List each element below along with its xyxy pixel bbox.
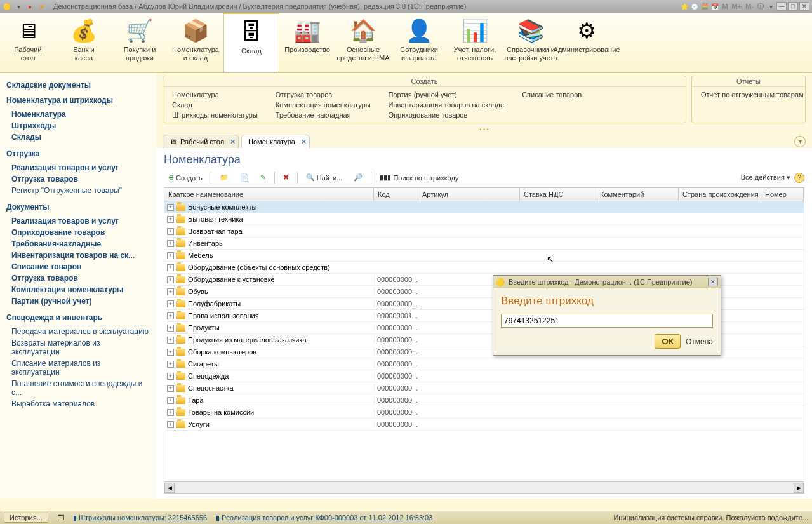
expand-icon[interactable]: + [167, 240, 174, 247]
expand-icon[interactable]: + [167, 361, 174, 368]
clear-find-button[interactable]: 🔎 [349, 171, 367, 184]
expand-icon[interactable]: + [167, 276, 174, 283]
calendar-icon[interactable]: 📅 [710, 2, 719, 11]
table-row[interactable]: +Спецоснастка000000000... [164, 382, 804, 394]
tab-close-icon[interactable]: ✕ [301, 138, 307, 146]
tab-close-icon[interactable]: ✕ [230, 138, 236, 146]
sidebar-section-nomen[interactable]: Номенклатура и штрихкоды [6, 96, 150, 105]
expand-icon[interactable]: + [167, 216, 174, 223]
sidebar-section-ship[interactable]: Отгрузка [6, 149, 150, 158]
expand-icon[interactable]: + [167, 397, 174, 404]
col-article[interactable]: Артикул [418, 188, 520, 201]
quick-create-link[interactable]: Отгрузка товаров [276, 90, 371, 100]
quick-create-link[interactable]: Оприходование товаров [389, 110, 505, 120]
calc-icon[interactable]: 🧮 [700, 2, 709, 11]
find-button[interactable]: 🔍Найти... [302, 171, 347, 184]
ribbon-item-10[interactable]: ⚙Администрирование [559, 13, 615, 72]
dropdown-icon[interactable]: ▾ [14, 2, 23, 11]
sidebar-link[interactable]: Реализация товаров и услуг [6, 215, 150, 227]
mem-mplus[interactable]: M+ [731, 3, 743, 10]
minimize-button[interactable]: — [776, 2, 787, 11]
expand-icon[interactable]: + [167, 300, 174, 307]
sidebar-link[interactable]: Номенклатура [6, 109, 150, 120]
expand-icon[interactable]: + [167, 228, 174, 235]
info-icon[interactable]: ⓘ [756, 2, 765, 11]
star-icon[interactable]: ★ [37, 2, 46, 11]
ribbon-item-4[interactable]: 🗄Склад [223, 13, 279, 72]
sidebar-section-spec[interactable]: Спецодежда и инвентарь [6, 313, 150, 322]
sidebar-link[interactable]: Регистр "Отгруженные товары" [6, 185, 150, 196]
tabs-overflow-icon[interactable]: ▾ [794, 136, 806, 147]
sidebar-link[interactable]: Штрихкоды [6, 120, 150, 131]
dialog-titlebar[interactable]: 🟡 Введите штрихкод - Демонстрацион... (1… [493, 276, 721, 288]
quick-create-link[interactable]: Требование-накладная [276, 110, 371, 120]
copy-button[interactable]: 📄 [236, 171, 253, 184]
col-number[interactable]: Номер [761, 188, 804, 201]
close-button[interactable]: ✕ [799, 2, 809, 11]
status-link-realization[interactable]: ▮ Реализация товаров и услуг КФ00-000003… [216, 514, 432, 522]
sidebar-link[interactable]: Отгрузка товаров [6, 173, 150, 185]
expand-icon[interactable]: + [167, 421, 174, 428]
ribbon-item-7[interactable]: 👤Сотрудникии зарплата [391, 13, 447, 72]
table-row[interactable]: +Сигареты000000000... [164, 358, 804, 370]
quick-create-link[interactable]: Номенклатура [172, 90, 258, 100]
table-row[interactable]: +Оборудование (объекты основных средств) [164, 262, 804, 274]
sidebar-link[interactable]: Передача материалов в эксплуатацию [6, 326, 150, 337]
mem-mminus[interactable]: M- [744, 3, 755, 10]
quick-create-link[interactable]: Склад [172, 100, 258, 110]
sidebar-section-docs[interactable]: Складские документы [6, 81, 150, 90]
scroll-right-icon[interactable]: ▶ [794, 483, 804, 493]
tab-desktop[interactable]: 🖥 Рабочий стол ✕ [163, 135, 239, 148]
ribbon-item-1[interactable]: 💰Банк икасса [56, 13, 112, 72]
new-folder-button[interactable]: 📁 [215, 171, 233, 184]
quick-create-link[interactable]: Списание товаров [522, 90, 582, 100]
sidebar-section-documents[interactable]: Документы [6, 203, 150, 212]
expand-icon[interactable]: + [167, 264, 174, 271]
edit-button[interactable]: ✎ [256, 171, 270, 184]
quick-report-link[interactable]: Отчет по отгруженным товарам [701, 90, 804, 100]
table-row[interactable]: +Мебель [164, 250, 804, 262]
ribbon-item-9[interactable]: 📚Справочники инастройки учета [503, 13, 559, 72]
sidebar-link[interactable]: Списание материалов из эксплуатации [6, 358, 150, 378]
sidebar-link[interactable]: Погашение стоимости спецодежды и с... [6, 378, 150, 398]
sidebar-link[interactable]: Комплектация номенклатуры [6, 284, 150, 295]
table-row[interactable]: +Возвратная тара [164, 225, 804, 238]
stop-icon[interactable]: ● [25, 2, 34, 11]
expand-icon[interactable]: + [167, 409, 174, 416]
quick-create-link[interactable]: Комплектация номенклатуры [276, 100, 371, 110]
table-row[interactable]: +Тара000000000... [164, 394, 804, 406]
barcode-input[interactable] [501, 314, 713, 328]
sidebar-link[interactable]: Партии (ручной учет) [6, 295, 150, 307]
expand-icon[interactable]: + [167, 373, 174, 380]
sidebar-link[interactable]: Отгрузка товаров [6, 272, 150, 284]
scroll-left-icon[interactable]: ◀ [164, 483, 175, 493]
expand-icon[interactable]: + [167, 204, 174, 211]
expand-icon[interactable]: + [167, 337, 174, 344]
expand-icon[interactable]: + [167, 288, 174, 295]
create-button[interactable]: ⊕Создать [164, 171, 207, 184]
mem-m[interactable]: M [721, 3, 729, 10]
tab-nomenclature[interactable]: Номенклатура ✕ [241, 135, 310, 148]
sidebar-link[interactable]: Возвраты материалов из эксплуатации [6, 337, 150, 358]
table-row[interactable]: +Спецодежда000000000... [164, 370, 804, 382]
history-button[interactable]: История... [4, 513, 48, 523]
table-row[interactable]: +Инвентарь [164, 238, 804, 250]
col-vat[interactable]: Ставка НДС [520, 188, 596, 201]
ribbon-item-8[interactable]: 📊Учет, налоги,отчетность [447, 13, 503, 72]
table-row[interactable]: +Услуги000000000... [164, 419, 804, 431]
sidebar-link[interactable]: Требования-накладные [6, 238, 150, 250]
sidebar-link[interactable]: Выработка материалов [6, 398, 150, 410]
sidebar-link[interactable]: Списание товаров [6, 261, 150, 272]
delete-button[interactable]: ✖ [279, 171, 293, 184]
quick-create-link[interactable]: Штрихкоды номенклатуры [172, 110, 258, 120]
sidebar-link[interactable]: Оприходование товаров [6, 227, 150, 238]
sidebar-link[interactable]: Склады [6, 131, 150, 143]
col-code[interactable]: Код [374, 188, 418, 201]
col-country[interactable]: Страна происхождения [679, 188, 761, 201]
ribbon-item-6[interactable]: 🏠Основныесредства и НМА [335, 13, 391, 72]
chevron-down-icon[interactable]: ▾ [766, 2, 775, 11]
table-row[interactable]: +Бонусные комплекты [164, 201, 804, 213]
cancel-button[interactable]: Отмена [686, 337, 713, 346]
all-actions-dropdown[interactable]: Все действия ▾ [741, 173, 790, 182]
ribbon-item-3[interactable]: 📦Номенклатураи склад [168, 13, 223, 72]
